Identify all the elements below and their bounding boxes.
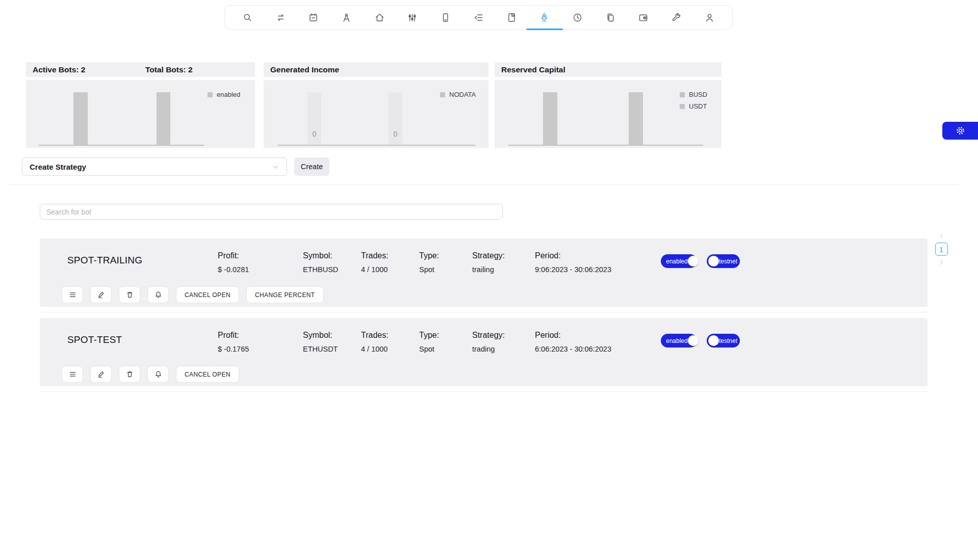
row-divider [40,312,928,312]
nav-sliders[interactable] [396,6,429,30]
pagination-page-1[interactable]: 1 [935,243,948,256]
trades-label: Trades: [361,251,389,260]
nav-mobile[interactable] [429,6,462,30]
period-field: Period: 6:06:2023 - 30:06:2023 [535,331,611,353]
legend-label: BUSD [689,91,707,98]
menu-icon [68,290,77,299]
bookmark-file-icon [506,12,517,23]
type-value: Spot [419,345,439,353]
calendar-icon [308,12,319,23]
type-field: Type: Spot [419,251,439,274]
symbol-field: Symbol: ETHUSDT [303,331,338,353]
capital-title: Reserved Capital [495,65,565,74]
income-chart-axis [277,145,475,146]
period-field: Period: 9:06:2023 - 30:06:2023 [535,251,611,274]
strategy-field: Strategy: trailing [472,251,505,274]
delete-button[interactable] [119,286,140,303]
cancel-open-button[interactable]: CANCEL OPEN [176,366,239,383]
nav-search[interactable] [231,6,264,30]
income-title: Generated Income [264,65,339,74]
compass-icon [341,12,352,23]
nav-user[interactable] [693,6,726,30]
chevron-left-icon [937,232,945,240]
enabled-toggle[interactable]: enabled [661,334,697,348]
type-label: Type: [419,251,439,260]
bots-panel-header: Active Bots: 2 Total Bots: 2 [26,62,255,77]
profit-label: Profit: [218,251,249,260]
testnet-toggle[interactable]: testnet [707,334,740,348]
top-navbar [224,5,733,30]
bots-chart-bar [73,92,88,145]
delete-button[interactable] [119,366,140,383]
nav-calendar[interactable] [297,6,330,30]
user-icon [704,12,715,23]
menu-icon [68,370,77,379]
bot-name: SPOT-TRAILING [67,255,142,266]
repeat-icon [275,12,286,23]
nav-wrench[interactable] [660,6,693,30]
profit-field: Profit: $ -0.1765 [218,331,249,353]
type-label: Type: [419,331,439,340]
type-field: Type: Spot [419,331,439,353]
toggle-knob [688,256,699,266]
nav-rocket[interactable] [528,6,561,30]
row-divider [40,391,928,392]
wallet-icon [638,12,649,23]
pencil-icon [97,290,106,299]
pencil-icon [97,370,106,379]
toggle-knob [708,256,719,266]
testnet-toggle-label: testnet [719,337,737,344]
strategy-field: Strategy: trading [472,331,505,353]
bots-chart-axis [39,145,204,146]
nav-wallet[interactable] [627,6,660,30]
cancel-open-button[interactable]: CANCEL OPEN [176,286,239,303]
testnet-toggle[interactable]: testnet [707,254,740,268]
capital-chart-legend-usdt: USDT [680,102,707,110]
rocket-icon [539,12,550,23]
change-percent-button[interactable]: CHANGE PERCENT [246,286,324,303]
capital-panel-header: Reserved Capital [495,62,722,77]
period-value: 6:06:2023 - 30:06:2023 [535,345,611,353]
edit-button[interactable] [90,286,112,303]
create-strategy-select[interactable]: Create Strategy [22,157,287,176]
settings-button[interactable] [942,122,978,140]
income-panel-header: Generated Income [264,62,488,77]
symbol-value: ETHUSDT [303,345,338,353]
trades-field: Trades: 4 / 1000 [361,251,389,274]
clipboard-copy-icon [605,12,616,23]
menu-button[interactable] [62,286,83,303]
create-strategy-selected-value: Create Strategy [30,163,272,171]
gear-icon [955,125,966,136]
bots-chart-bar [157,92,170,145]
bots-chart: enabled [26,80,255,148]
nav-clipboard[interactable] [594,6,627,30]
nav-indent-list[interactable] [462,6,495,30]
chevron-down-icon [272,163,279,171]
pagination-prev-button[interactable] [937,232,945,240]
legend-label: NODATA [449,91,476,98]
total-bots-title: Total Bots: 2 [145,65,193,74]
enabled-toggle[interactable]: enabled [661,254,697,268]
symbol-field: Symbol: ETHBUSD [303,251,338,274]
profit-label: Profit: [218,331,249,340]
nav-bookmark[interactable] [495,6,528,30]
pagination-next-button[interactable] [937,258,945,266]
nav-repeat[interactable] [264,6,297,30]
capital-chart-bar [543,92,557,145]
legend-label: USDT [689,102,707,110]
strategy-value: trading [472,345,505,353]
edit-button[interactable] [90,366,112,383]
bots-chart-legend: enabled [208,91,240,98]
profit-value: $ -0.0281 [218,265,249,274]
profit-field: Profit: $ -0.0281 [218,251,249,274]
strategy-value: trailing [472,265,505,274]
nav-compass[interactable] [330,6,363,30]
notifications-button[interactable] [147,286,169,303]
notifications-button[interactable] [147,366,169,383]
menu-button[interactable] [62,366,83,383]
nav-history[interactable] [561,6,594,30]
search-input[interactable] [40,204,503,220]
nav-home[interactable] [363,6,396,30]
strategy-label: Strategy: [472,251,505,260]
create-button[interactable]: Create [294,157,329,176]
